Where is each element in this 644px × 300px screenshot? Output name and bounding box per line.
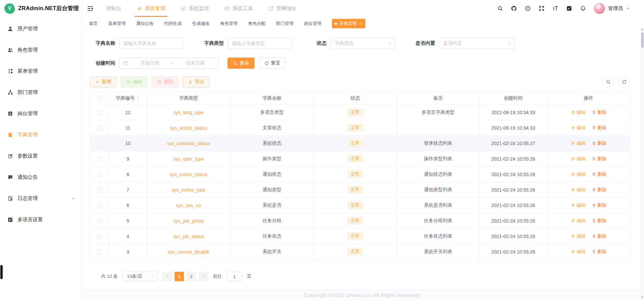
- close-icon[interactable]: [359, 22, 362, 26]
- row-delete-link[interactable]: 删除: [592, 140, 607, 146]
- row-checkbox[interactable]: [97, 203, 102, 208]
- row-checkbox[interactable]: [97, 188, 102, 193]
- dict-type-link[interactable]: sys_job_group: [173, 218, 204, 224]
- row-edit-link[interactable]: 编辑: [571, 140, 586, 146]
- dict-type-input[interactable]: [228, 38, 292, 49]
- row-edit-link[interactable]: 编辑: [571, 202, 586, 208]
- row-delete-link[interactable]: 删除: [592, 109, 607, 115]
- sidebar-item-posts[interactable]: 岗位管理: [0, 103, 82, 124]
- row-delete-link[interactable]: 删除: [592, 218, 607, 224]
- prev-page-button[interactable]: [162, 272, 172, 281]
- sidebar-item-params[interactable]: 参数设置: [0, 145, 82, 167]
- row-delete-link[interactable]: 删除: [592, 171, 607, 177]
- dict-type-link[interactable]: sys_common_status: [167, 141, 210, 146]
- row-edit-link[interactable]: 编辑: [571, 109, 586, 115]
- page-size-select[interactable]: 10条/页: [123, 272, 158, 281]
- scroll-down-arrow[interactable]: [641, 297, 643, 298]
- page-scrollbar[interactable]: [640, 27, 644, 300]
- tab-roles[interactable]: 角色管理: [220, 21, 238, 27]
- status-select[interactable]: 字典状态: [331, 38, 395, 49]
- row-delete-link[interactable]: 删除: [592, 156, 607, 162]
- dict-type-link[interactable]: sys_lang_type: [174, 110, 204, 115]
- top-menu-item-system-admin[interactable]: 系统管理: [129, 0, 173, 17]
- dict-type-link[interactable]: sys_article_status: [170, 125, 207, 131]
- top-menu-item-website[interactable]: 官网地址: [260, 0, 304, 17]
- row-edit-link[interactable]: 编辑: [571, 171, 586, 177]
- sidebar-item-logs[interactable]: 日志管理: [0, 188, 82, 209]
- dict-type-link[interactable]: sys_yes_no: [176, 203, 201, 208]
- page-button-1[interactable]: 1: [175, 272, 184, 281]
- dict-type-link[interactable]: sys_normal_disable: [168, 249, 210, 255]
- sidebar-item-languages[interactable]: A文多语言设置: [0, 209, 82, 230]
- top-menu-item-system-tools[interactable]: 系统工具: [217, 0, 260, 17]
- font-size-icon[interactable]: [552, 5, 558, 11]
- row-edit-link[interactable]: 编辑: [571, 249, 586, 255]
- tab-dicts[interactable]: 字典管理: [332, 19, 365, 28]
- dict-type-link[interactable]: sys_notice_status: [170, 172, 207, 177]
- row-delete-link[interactable]: 删除: [592, 249, 607, 255]
- row-edit-link[interactable]: 编辑: [571, 218, 586, 224]
- row-checkbox[interactable]: [97, 219, 102, 224]
- toggle-search-button[interactable]: [603, 76, 614, 88]
- goto-page-input[interactable]: [227, 272, 242, 281]
- builtin-select[interactable]: 是否内置: [439, 38, 515, 49]
- page-button-2[interactable]: 2: [187, 272, 196, 281]
- add-button[interactable]: 新增: [90, 76, 117, 88]
- sidebar-item-depts[interactable]: 部门管理: [0, 82, 82, 103]
- sidebar-item-users[interactable]: 用户管理: [0, 18, 82, 39]
- sidebar-item-roles[interactable]: 角色管理: [0, 39, 82, 61]
- scroll-up-arrow[interactable]: [641, 29, 643, 30]
- search-button[interactable]: 搜索: [227, 58, 254, 69]
- github-icon[interactable]: [511, 5, 517, 11]
- fullscreen-icon[interactable]: [539, 5, 545, 11]
- row-checkbox[interactable]: [97, 110, 102, 115]
- delete-button[interactable]: 删除: [152, 76, 179, 88]
- dict-type-link[interactable]: sys_job_status: [173, 234, 204, 239]
- tab-codegen[interactable]: 代码生成: [164, 21, 182, 27]
- sidebar-collapse-icon[interactable]: [87, 5, 94, 12]
- bell-icon[interactable]: [580, 5, 586, 11]
- tab-role-assign[interactable]: 角色分配: [248, 21, 266, 27]
- row-checkbox[interactable]: [97, 126, 102, 131]
- user-menu[interactable]: 管理员: [594, 3, 631, 14]
- row-checkbox[interactable]: [97, 172, 102, 177]
- tab-depts[interactable]: 部门管理: [276, 21, 294, 27]
- row-checkbox[interactable]: [97, 141, 102, 146]
- dict-type-link[interactable]: sys_oper_type: [173, 156, 204, 162]
- sidebar-item-notices[interactable]: 通知公告: [0, 167, 82, 188]
- tab-home[interactable]: 首页: [89, 21, 98, 27]
- row-checkbox[interactable]: [97, 250, 102, 255]
- created-date-range-picker[interactable]: 开始日期 - 结束日期: [119, 58, 219, 69]
- translate-icon[interactable]: A文: [566, 5, 572, 11]
- search-icon[interactable]: [497, 5, 503, 11]
- dict-name-input[interactable]: [119, 38, 183, 49]
- help-icon[interactable]: ?: [525, 5, 531, 11]
- tab-notices[interactable]: 通知公告: [136, 21, 154, 27]
- edit-button[interactable]: 编辑: [121, 76, 148, 88]
- row-edit-link[interactable]: 编辑: [571, 125, 586, 131]
- row-checkbox[interactable]: [97, 157, 102, 162]
- scrollbar-thumb[interactable]: [641, 32, 644, 48]
- select-all-checkbox[interactable]: [97, 96, 102, 101]
- dict-type-link[interactable]: sys_notice_type: [172, 187, 205, 193]
- tab-gen-edit[interactable]: 生成修改: [192, 21, 210, 27]
- row-delete-link[interactable]: 删除: [592, 202, 607, 208]
- refresh-table-button[interactable]: [618, 76, 630, 88]
- tab-menus[interactable]: 菜单管理: [108, 21, 126, 27]
- sort-caret-icon[interactable]: [136, 96, 140, 101]
- next-page-button[interactable]: [199, 272, 208, 281]
- top-menu-item-console[interactable]: 控制台: [98, 0, 129, 17]
- row-checkbox[interactable]: [97, 234, 102, 239]
- row-delete-link[interactable]: 删除: [592, 125, 607, 131]
- reset-button[interactable]: 重置: [259, 58, 286, 69]
- sidebar-scrollbar-thumb[interactable]: [0, 265, 3, 279]
- top-menu-item-system-monitor[interactable]: 系统监控: [173, 0, 217, 17]
- sidebar-item-menus[interactable]: 菜单管理: [0, 61, 82, 82]
- row-delete-link[interactable]: 删除: [592, 233, 607, 239]
- row-edit-link[interactable]: 编辑: [571, 156, 586, 162]
- tab-posts[interactable]: 岗位管理: [304, 21, 321, 27]
- row-edit-link[interactable]: 编辑: [571, 233, 586, 239]
- row-delete-link[interactable]: 删除: [592, 187, 607, 193]
- row-edit-link[interactable]: 编辑: [571, 187, 586, 193]
- sidebar-item-dicts[interactable]: 字典管理: [0, 124, 82, 145]
